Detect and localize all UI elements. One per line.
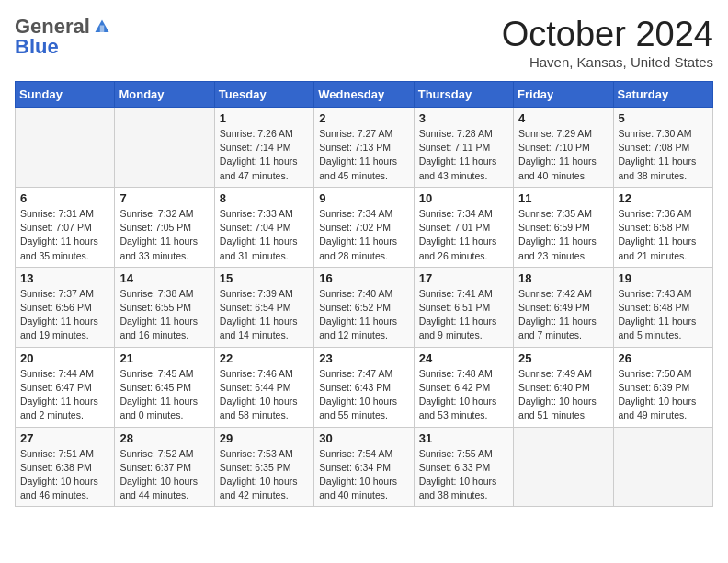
day-cell: 15Sunrise: 7:39 AM Sunset: 6:54 PM Dayli…: [214, 267, 313, 347]
day-cell: 12Sunrise: 7:36 AM Sunset: 6:58 PM Dayli…: [613, 187, 712, 267]
day-cell: 14Sunrise: 7:38 AM Sunset: 6:55 PM Dayli…: [115, 267, 214, 347]
week-row-1: 1Sunrise: 7:26 AM Sunset: 7:14 PM Daylig…: [16, 108, 713, 188]
day-cell: 25Sunrise: 7:49 AM Sunset: 6:40 PM Dayli…: [514, 347, 613, 427]
day-info: Sunrise: 7:41 AM Sunset: 6:51 PM Dayligh…: [419, 287, 508, 343]
day-number: 17: [419, 271, 508, 285]
day-info: Sunrise: 7:44 AM Sunset: 6:47 PM Dayligh…: [20, 367, 109, 423]
day-cell: 21Sunrise: 7:45 AM Sunset: 6:45 PM Dayli…: [115, 347, 214, 427]
day-number: 24: [419, 351, 508, 365]
day-cell: 29Sunrise: 7:53 AM Sunset: 6:35 PM Dayli…: [214, 427, 313, 507]
day-info: Sunrise: 7:34 AM Sunset: 7:02 PM Dayligh…: [319, 207, 408, 263]
day-number: 25: [518, 351, 608, 365]
day-cell: 24Sunrise: 7:48 AM Sunset: 6:42 PM Dayli…: [414, 347, 513, 427]
week-row-3: 13Sunrise: 7:37 AM Sunset: 6:56 PM Dayli…: [16, 267, 713, 347]
day-cell: 27Sunrise: 7:51 AM Sunset: 6:38 PM Dayli…: [16, 427, 115, 507]
day-info: Sunrise: 7:31 AM Sunset: 7:07 PM Dayligh…: [20, 207, 109, 263]
day-info: Sunrise: 7:49 AM Sunset: 6:40 PM Dayligh…: [518, 367, 608, 423]
day-cell: 26Sunrise: 7:50 AM Sunset: 6:39 PM Dayli…: [613, 347, 712, 427]
week-row-4: 20Sunrise: 7:44 AM Sunset: 6:47 PM Dayli…: [16, 347, 713, 427]
day-info: Sunrise: 7:32 AM Sunset: 7:05 PM Dayligh…: [119, 207, 209, 263]
day-info: Sunrise: 7:43 AM Sunset: 6:48 PM Dayligh…: [619, 287, 708, 343]
day-cell: 2Sunrise: 7:27 AM Sunset: 7:13 PM Daylig…: [314, 108, 414, 188]
day-cell: [115, 108, 214, 188]
day-number: 26: [619, 351, 708, 365]
week-row-2: 6Sunrise: 7:31 AM Sunset: 7:07 PM Daylig…: [16, 187, 713, 267]
day-cell: 5Sunrise: 7:30 AM Sunset: 7:08 PM Daylig…: [613, 108, 712, 188]
day-number: 21: [119, 351, 209, 365]
day-info: Sunrise: 7:37 AM Sunset: 6:56 PM Dayligh…: [20, 287, 109, 343]
location-text: Haven, Kansas, United States: [502, 54, 713, 70]
col-header-thursday: Thursday: [414, 82, 513, 108]
day-cell: 22Sunrise: 7:46 AM Sunset: 6:44 PM Dayli…: [214, 347, 313, 427]
day-info: Sunrise: 7:55 AM Sunset: 6:33 PM Dayligh…: [419, 447, 508, 503]
day-info: Sunrise: 7:54 AM Sunset: 6:34 PM Dayligh…: [319, 447, 408, 503]
day-cell: 4Sunrise: 7:29 AM Sunset: 7:10 PM Daylig…: [514, 108, 613, 188]
day-number: 12: [619, 191, 708, 205]
col-header-monday: Monday: [115, 82, 214, 108]
day-cell: 18Sunrise: 7:42 AM Sunset: 6:49 PM Dayli…: [514, 267, 613, 347]
day-cell: 19Sunrise: 7:43 AM Sunset: 6:48 PM Dayli…: [613, 267, 712, 347]
day-number: 11: [518, 191, 608, 205]
day-number: 28: [119, 431, 209, 445]
calendar-table: SundayMondayTuesdayWednesdayThursdayFrid…: [15, 81, 713, 507]
day-info: Sunrise: 7:42 AM Sunset: 6:49 PM Dayligh…: [518, 287, 608, 343]
day-cell: 28Sunrise: 7:52 AM Sunset: 6:37 PM Dayli…: [115, 427, 214, 507]
day-cell: 7Sunrise: 7:32 AM Sunset: 7:05 PM Daylig…: [115, 187, 214, 267]
day-info: Sunrise: 7:27 AM Sunset: 7:13 PM Dayligh…: [319, 127, 408, 183]
logo-blue-text: Blue: [15, 35, 59, 59]
day-info: Sunrise: 7:48 AM Sunset: 6:42 PM Dayligh…: [419, 367, 508, 423]
day-number: 2: [319, 111, 408, 125]
col-header-saturday: Saturday: [613, 82, 712, 108]
page-header: General Blue October 2024 Haven, Kansas,…: [15, 15, 713, 70]
day-number: 10: [419, 191, 508, 205]
day-cell: 23Sunrise: 7:47 AM Sunset: 6:43 PM Dayli…: [314, 347, 414, 427]
day-info: Sunrise: 7:35 AM Sunset: 6:59 PM Dayligh…: [518, 207, 608, 263]
col-header-wednesday: Wednesday: [314, 82, 414, 108]
day-info: Sunrise: 7:36 AM Sunset: 6:58 PM Dayligh…: [619, 207, 708, 263]
day-number: 4: [518, 111, 608, 125]
day-cell: [613, 427, 712, 507]
day-number: 27: [20, 431, 109, 445]
day-number: 20: [20, 351, 109, 365]
day-cell: 8Sunrise: 7:33 AM Sunset: 7:04 PM Daylig…: [214, 187, 313, 267]
calendar-header-row: SundayMondayTuesdayWednesdayThursdayFrid…: [16, 82, 713, 108]
day-number: 22: [220, 351, 309, 365]
day-number: 30: [319, 431, 408, 445]
day-info: Sunrise: 7:39 AM Sunset: 6:54 PM Dayligh…: [220, 287, 309, 343]
day-number: 23: [319, 351, 408, 365]
col-header-friday: Friday: [514, 82, 613, 108]
day-cell: [514, 427, 613, 507]
day-cell: 13Sunrise: 7:37 AM Sunset: 6:56 PM Dayli…: [16, 267, 115, 347]
day-info: Sunrise: 7:53 AM Sunset: 6:35 PM Dayligh…: [220, 447, 309, 503]
day-info: Sunrise: 7:29 AM Sunset: 7:10 PM Dayligh…: [518, 127, 608, 183]
day-info: Sunrise: 7:45 AM Sunset: 6:45 PM Dayligh…: [119, 367, 209, 423]
day-cell: 1Sunrise: 7:26 AM Sunset: 7:14 PM Daylig…: [214, 108, 313, 188]
day-number: 19: [619, 271, 708, 285]
day-info: Sunrise: 7:51 AM Sunset: 6:38 PM Dayligh…: [20, 447, 109, 503]
day-number: 29: [220, 431, 309, 445]
day-cell: 6Sunrise: 7:31 AM Sunset: 7:07 PM Daylig…: [16, 187, 115, 267]
day-info: Sunrise: 7:47 AM Sunset: 6:43 PM Dayligh…: [319, 367, 408, 423]
day-number: 14: [119, 271, 209, 285]
day-cell: 16Sunrise: 7:40 AM Sunset: 6:52 PM Dayli…: [314, 267, 414, 347]
day-number: 6: [20, 191, 109, 205]
day-number: 1: [220, 111, 309, 125]
day-info: Sunrise: 7:33 AM Sunset: 7:04 PM Dayligh…: [220, 207, 309, 263]
day-cell: 11Sunrise: 7:35 AM Sunset: 6:59 PM Dayli…: [514, 187, 613, 267]
day-info: Sunrise: 7:26 AM Sunset: 7:14 PM Dayligh…: [220, 127, 309, 183]
day-info: Sunrise: 7:30 AM Sunset: 7:08 PM Dayligh…: [619, 127, 708, 183]
day-info: Sunrise: 7:28 AM Sunset: 7:11 PM Dayligh…: [419, 127, 508, 183]
day-number: 31: [419, 431, 508, 445]
day-number: 3: [419, 111, 508, 125]
day-info: Sunrise: 7:40 AM Sunset: 6:52 PM Dayligh…: [319, 287, 408, 343]
day-info: Sunrise: 7:50 AM Sunset: 6:39 PM Dayligh…: [619, 367, 708, 423]
day-info: Sunrise: 7:38 AM Sunset: 6:55 PM Dayligh…: [119, 287, 209, 343]
day-cell: 9Sunrise: 7:34 AM Sunset: 7:02 PM Daylig…: [314, 187, 414, 267]
title-block: October 2024 Haven, Kansas, United State…: [502, 15, 713, 70]
day-cell: [16, 108, 115, 188]
col-header-tuesday: Tuesday: [214, 82, 313, 108]
day-cell: 31Sunrise: 7:55 AM Sunset: 6:33 PM Dayli…: [414, 427, 513, 507]
week-row-5: 27Sunrise: 7:51 AM Sunset: 6:38 PM Dayli…: [16, 427, 713, 507]
day-info: Sunrise: 7:34 AM Sunset: 7:01 PM Dayligh…: [419, 207, 508, 263]
day-cell: 17Sunrise: 7:41 AM Sunset: 6:51 PM Dayli…: [414, 267, 513, 347]
